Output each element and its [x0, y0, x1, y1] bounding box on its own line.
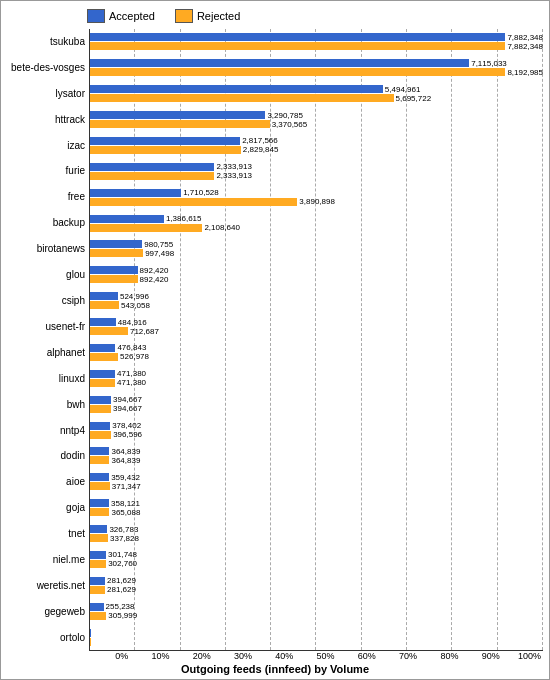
bar-row: 471,380471,380 — [90, 365, 543, 391]
bars-and-grid: 7,882,3487,882,3487,115,0338,192,9855,49… — [89, 29, 543, 651]
bar-row: 359,432371,347 — [90, 469, 543, 495]
y-label: nntp4 — [7, 426, 85, 436]
x-tick: 80% — [419, 651, 460, 661]
rejected-bar — [90, 508, 109, 516]
accepted-bar — [90, 163, 214, 171]
y-label: weretis.net — [7, 581, 85, 591]
accepted-value: 358,121 — [111, 499, 140, 508]
y-label: izac — [7, 141, 85, 151]
x-tick: 10% — [130, 651, 171, 661]
legend-accepted-box — [87, 9, 105, 23]
y-label: bwh — [7, 400, 85, 410]
rejected-value: 526,978 — [120, 352, 149, 361]
rejected-value: 543,058 — [121, 301, 150, 310]
accepted-value: 3,290,785 — [267, 111, 303, 120]
x-tick: 40% — [254, 651, 295, 661]
y-label: lysator — [7, 89, 85, 99]
rejected-bar — [90, 120, 270, 128]
rejected-value: 302,760 — [108, 559, 137, 568]
accepted-bar — [90, 422, 110, 430]
y-label: gegeweb — [7, 607, 85, 617]
x-tick: 30% — [213, 651, 254, 661]
rejected-bar — [90, 224, 202, 232]
accepted-value: 7,115,033 — [471, 59, 507, 68]
rejected-bar — [90, 431, 111, 439]
rejected-bar — [90, 146, 241, 154]
accepted-bar — [90, 111, 265, 119]
accepted-bar — [90, 137, 240, 145]
bar-row: 5,494,9615,695,722 — [90, 81, 543, 107]
bar-rows: 7,882,3487,882,3487,115,0338,192,9855,49… — [90, 29, 543, 650]
y-label: httrack — [7, 115, 85, 125]
accepted-value: 1,710,528 — [183, 188, 219, 197]
x-tick: 20% — [172, 651, 213, 661]
bar-row: 980,755997,498 — [90, 236, 543, 262]
bar-row: 281,629281,629 — [90, 572, 543, 598]
rejected-value: 365,088 — [111, 508, 140, 517]
legend-accepted-label: Accepted — [109, 10, 155, 22]
y-label: tsukuba — [7, 37, 85, 47]
rejected-bar — [90, 612, 106, 620]
accepted-value: 980,755 — [144, 240, 173, 249]
y-label: bete-des-vosges — [7, 63, 85, 73]
bar-row: 484,916712,687 — [90, 314, 543, 340]
y-label: aioe — [7, 477, 85, 487]
bar-row: 2,817,5662,829,845 — [90, 133, 543, 159]
rejected-value: 712,687 — [130, 327, 159, 336]
rejected-bar — [90, 68, 505, 76]
accepted-bar — [90, 370, 115, 378]
y-labels: tsukubabete-des-vosgeslysatorhttrackizac… — [7, 29, 89, 651]
accepted-bar — [90, 629, 91, 637]
bars-section: tsukubabete-des-vosgeslysatorhttrackizac… — [7, 29, 543, 651]
bar-row: 476,843526,978 — [90, 340, 543, 366]
y-label: free — [7, 192, 85, 202]
x-tick: 60% — [337, 651, 378, 661]
accepted-value: 7,882,348 — [507, 33, 543, 42]
rejected-value: 2,108,640 — [204, 223, 240, 232]
accepted-bar — [90, 344, 115, 352]
rejected-value: 394,667 — [113, 404, 142, 413]
rejected-bar — [90, 638, 91, 646]
accepted-value: 484,916 — [118, 318, 147, 327]
bar-row: 301,748302,760 — [90, 547, 543, 573]
bar-row: 255,238305,999 — [90, 598, 543, 624]
accepted-bar — [90, 215, 164, 223]
rejected-bar — [90, 482, 110, 490]
rejected-value: 337,828 — [110, 534, 139, 543]
accepted-bar — [90, 189, 181, 197]
bar-row: 378,402396,596 — [90, 417, 543, 443]
bar-row: 358,121365,088 — [90, 495, 543, 521]
rejected-value: 305,999 — [108, 611, 137, 620]
legend-rejected-label: Rejected — [197, 10, 240, 22]
accepted-value: 364,839 — [111, 447, 140, 456]
legend-rejected-box — [175, 9, 193, 23]
bar-row: 524,996543,058 — [90, 288, 543, 314]
x-tick: 70% — [378, 651, 419, 661]
rejected-bar — [90, 198, 297, 206]
accepted-value: 301,748 — [108, 550, 137, 559]
legend-rejected: Rejected — [175, 9, 240, 23]
bar-row: 2,333,9132,333,913 — [90, 158, 543, 184]
y-label: csiph — [7, 296, 85, 306]
accepted-bar — [90, 447, 109, 455]
y-label: usenet-fr — [7, 322, 85, 332]
chart-area: tsukubabete-des-vosgeslysatorhttrackizac… — [7, 29, 543, 675]
x-axis-labels: 0%10%20%30%40%50%60%70%80%90%100% — [89, 651, 543, 661]
rejected-value: 396,596 — [113, 430, 142, 439]
rejected-bar — [90, 456, 109, 464]
accepted-bar — [90, 85, 383, 93]
accepted-value: 378,402 — [112, 421, 141, 430]
accepted-value: 471,380 — [117, 369, 146, 378]
rejected-value: 2,333,913 — [216, 171, 252, 180]
rejected-bar — [90, 353, 118, 361]
bar-row: 892,420892,420 — [90, 262, 543, 288]
y-label: niel.me — [7, 555, 85, 565]
bar-row: 326,783337,828 — [90, 521, 543, 547]
accepted-value: 394,667 — [113, 395, 142, 404]
rejected-bar — [90, 275, 138, 283]
accepted-bar — [90, 59, 469, 67]
accepted-value: 476,843 — [117, 343, 146, 352]
y-label: birotanews — [7, 244, 85, 254]
rejected-bar — [90, 586, 105, 594]
rejected-bar — [90, 94, 394, 102]
